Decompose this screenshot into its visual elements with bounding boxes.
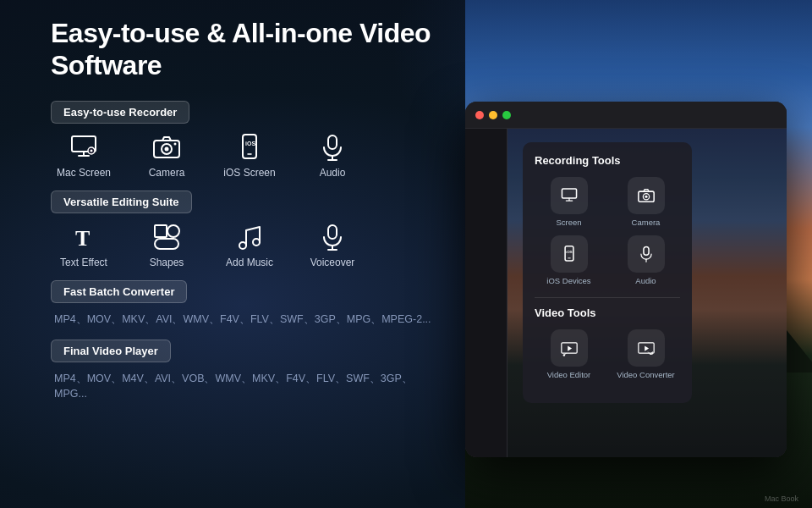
camera-label: Camera — [149, 167, 185, 179]
text-effect-item: T Text Effect — [54, 222, 113, 268]
mac-screen-label: Mac Screen — [57, 167, 111, 179]
svg-rect-26 — [562, 189, 576, 198]
svg-point-15 — [167, 225, 179, 237]
app-audio-label: Audio — [635, 276, 656, 285]
main-title: Easy-to-use & All-in-one Video Software — [51, 17, 440, 82]
svg-point-2 — [91, 149, 93, 152]
shapes-icon — [151, 222, 182, 252]
svg-point-6 — [174, 142, 177, 145]
recorder-badge: Easy-to-use Recorder — [51, 101, 189, 124]
mac-bottom-label: Mac Book — [765, 494, 798, 503]
app-main: Recording Tools Screen — [508, 129, 787, 457]
app-video-converter-label: Video Converter — [617, 370, 674, 379]
app-video-converter-icon — [637, 339, 656, 357]
voiceover-label: Voiceover — [310, 257, 355, 268]
app-screen-icon-box — [551, 177, 588, 214]
editing-icon-row: T Text Effect Shapes — [51, 222, 440, 268]
app-video-converter-icon-box — [628, 329, 665, 367]
shapes-item: Shapes — [137, 222, 196, 268]
app-ios-icon: iOS — [560, 245, 579, 263]
app-video-editor-icon — [560, 339, 579, 357]
svg-text:T: T — [75, 226, 90, 251]
app-monitor-icon — [560, 186, 579, 205]
mac-screen-item: Mac Screen — [54, 132, 113, 179]
app-camera-item[interactable]: Camera — [612, 177, 680, 227]
ios-icon: iOS — [234, 132, 265, 163]
music-icon — [234, 222, 265, 252]
app-sidebar — [465, 129, 508, 457]
ios-screen-label: iOS Screen — [223, 167, 275, 179]
video-tools-title: Video Tools — [535, 306, 680, 319]
ios-screen-item: iOS iOS Screen — [220, 132, 279, 179]
text-icon: T — [69, 222, 99, 252]
app-audio-icon-box — [628, 235, 665, 273]
text-effect-label: Text Effect — [60, 257, 107, 268]
audio-item: Audio — [303, 132, 362, 179]
editing-section: Versatile Editing Suite T Text Effect — [51, 190, 440, 268]
video-tools-grid: Video Editor — [535, 329, 680, 379]
right-panel: Recording Tools Screen — [474, 0, 812, 508]
add-music-label: Add Music — [226, 257, 273, 268]
app-video-editor-icon-box — [551, 329, 588, 367]
recording-tools-title: Recording Tools — [535, 154, 680, 167]
svg-point-18 — [253, 239, 260, 246]
svg-point-36 — [562, 354, 564, 356]
svg-point-17 — [239, 242, 246, 249]
app-camera-label: Camera — [632, 218, 661, 227]
app-video-converter-item[interactable]: Video Converter — [612, 329, 680, 379]
monitor-icon — [69, 132, 99, 163]
player-formats: MP4、MOV、M4V、AVI、VOB、WMV、MKV、F4V、FLV、SWF、… — [51, 371, 440, 403]
converter-formats: MP4、MOV、MKV、AVI、WMV、F4V、FLV、SWF、3GP、MPG、… — [51, 312, 440, 328]
player-badge: Final Video Player — [51, 340, 171, 362]
mac-titlebar — [465, 102, 787, 129]
app-camera-icon-box — [628, 177, 665, 214]
minimize-dot[interactable] — [489, 111, 497, 119]
app-camera-icon — [637, 186, 656, 205]
app-screen-label: Screen — [556, 218, 581, 227]
converter-section: Fast Batch Converter MP4、MOV、MKV、AVI、WMV… — [51, 280, 440, 328]
app-ios-label: iOS Devices — [546, 276, 590, 285]
app-video-editor-item[interactable]: Video Editor — [535, 329, 603, 379]
svg-text:iOS: iOS — [566, 250, 573, 254]
app-audio-item[interactable]: Audio — [612, 235, 680, 285]
add-music-item: Add Music — [220, 222, 279, 268]
app-panel: Recording Tools Screen — [523, 142, 692, 403]
svg-point-29 — [645, 196, 647, 198]
maximize-dot[interactable] — [502, 111, 511, 119]
editing-badge: Versatile Editing Suite — [51, 190, 192, 213]
mic2-icon — [317, 222, 348, 252]
player-section: Final Video Player MP4、MOV、M4V、AVI、VOB、W… — [51, 340, 440, 403]
mac-frame: Recording Tools Screen — [465, 102, 787, 457]
voiceover-item: Voiceover — [303, 222, 362, 268]
close-dot[interactable] — [475, 111, 484, 119]
svg-rect-19 — [328, 225, 337, 239]
svg-rect-16 — [155, 239, 178, 249]
svg-rect-10 — [328, 135, 337, 149]
converter-badge: Fast Batch Converter — [51, 280, 187, 303]
recorder-icon-row: Mac Screen Camera — [51, 132, 440, 179]
audio-label: Audio — [320, 167, 346, 179]
recording-tools-grid: Screen — [535, 177, 680, 285]
svg-rect-7 — [243, 135, 256, 158]
svg-rect-33 — [643, 246, 648, 255]
recorder-section: Easy-to-use Recorder Mac Screen — [51, 101, 440, 179]
app-audio-icon — [637, 245, 656, 263]
left-panel: Easy-to-use & All-in-one Video Software … — [0, 0, 474, 508]
app-screen-item[interactable]: Screen — [535, 177, 603, 227]
app-ios-item[interactable]: iOS iOS Devices — [535, 235, 603, 285]
app-video-editor-label: Video Editor — [547, 370, 591, 379]
camera-item: Camera — [137, 132, 196, 179]
svg-point-5 — [165, 146, 169, 151]
app-divider — [535, 297, 680, 298]
shapes-label: Shapes — [150, 257, 184, 268]
camera-icon — [151, 132, 182, 163]
audio-icon — [317, 132, 348, 163]
app-ios-icon-box: iOS — [551, 235, 588, 273]
svg-text:iOS: iOS — [245, 141, 255, 146]
mac-content: Recording Tools Screen — [465, 129, 787, 457]
svg-rect-14 — [155, 225, 167, 237]
